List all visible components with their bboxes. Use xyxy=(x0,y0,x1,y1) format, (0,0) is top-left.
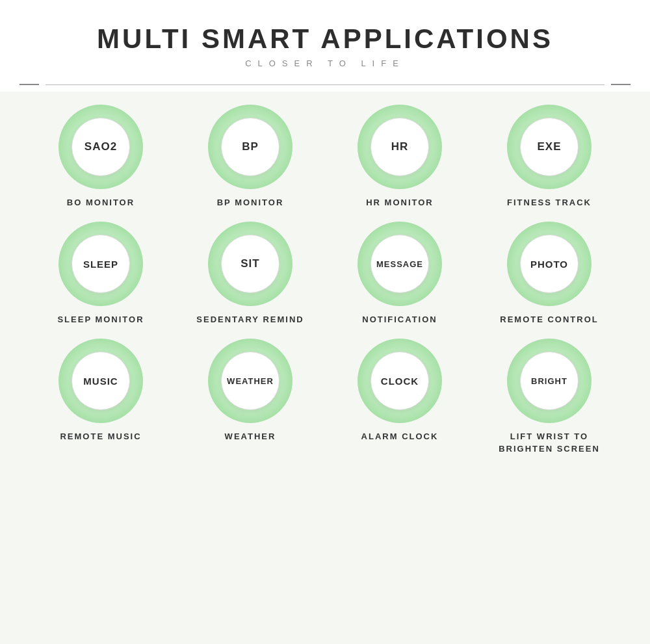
circle-label-weather: WEATHER xyxy=(227,376,274,386)
grid-area: SAO2BO MONITORBPBP MONITORHRHR MONITOREX… xyxy=(0,92,650,644)
circle-wrap-bp: BP xyxy=(208,105,292,189)
circle-wrap-sit: SIT xyxy=(208,222,292,306)
circle-wrap-sleep: SLEEP xyxy=(58,222,143,306)
circle-label-music: MUSIC xyxy=(83,376,118,387)
app-label-message: NOTIFICATION xyxy=(362,314,437,326)
app-item-bright: BRIGHTLIFT WRIST TO BRIGHTEN SCREEN xyxy=(474,339,624,454)
app-item-sao2: SAO2BO MONITOR xyxy=(26,105,176,209)
circle-inner-sit: SIT xyxy=(221,235,280,293)
circle-wrap-weather: WEATHER xyxy=(208,339,292,423)
app-item-photo: PHOTOREMOTE CONTROL xyxy=(474,222,624,326)
app-item-bp: BPBP MONITOR xyxy=(176,105,325,209)
circle-label-exe: EXE xyxy=(537,140,561,153)
divider-line xyxy=(46,84,604,85)
circle-wrap-message: MESSAGE xyxy=(358,222,442,306)
circle-wrap-hr: HR xyxy=(358,105,442,189)
circle-label-sao2: SAO2 xyxy=(84,140,117,153)
circle-wrap-exe: EXE xyxy=(507,105,592,189)
circle-inner-clock: CLOCK xyxy=(370,352,429,410)
divider-right xyxy=(611,84,630,85)
app-label-music: REMOTE MUSIC xyxy=(60,431,141,443)
circle-inner-sleep: SLEEP xyxy=(72,235,130,293)
grid-row-1: SLEEPSLEEP MONITORSITSEDENTARY REMINDMES… xyxy=(0,222,650,326)
app-label-weather: WEATHER xyxy=(225,431,276,443)
app-item-message: MESSAGENOTIFICATION xyxy=(325,222,474,326)
app-item-music: MUSICREMOTE MUSIC xyxy=(26,339,176,443)
circle-wrap-clock: CLOCK xyxy=(358,339,442,423)
app-item-sit: SITSEDENTARY REMIND xyxy=(176,222,325,326)
circle-inner-bp: BP xyxy=(221,118,280,176)
app-label-sao2: BO MONITOR xyxy=(67,197,135,209)
circle-wrap-music: MUSIC xyxy=(58,339,143,423)
circle-label-message: MESSAGE xyxy=(376,259,423,269)
app-label-exe: FITNESS TRACK xyxy=(507,197,592,209)
circle-inner-hr: HR xyxy=(370,118,429,176)
circle-inner-bright: BRIGHT xyxy=(520,352,578,410)
app-label-clock: ALARM CLOCK xyxy=(361,431,439,443)
app-label-sit: SEDENTARY REMIND xyxy=(196,314,304,326)
app-item-hr: HRHR MONITOR xyxy=(325,105,474,209)
app-item-clock: CLOCKALARM CLOCK xyxy=(325,339,474,443)
circle-inner-weather: WEATHER xyxy=(221,352,280,410)
circle-label-clock: CLOCK xyxy=(381,376,419,387)
app-label-bp: BP MONITOR xyxy=(217,197,284,209)
header: MULTI SMART APPLICATIONS CLOSER TO LIFE xyxy=(0,0,650,84)
circle-inner-message: MESSAGE xyxy=(370,235,429,293)
page: MULTI SMART APPLICATIONS CLOSER TO LIFE … xyxy=(0,0,650,644)
circle-wrap-photo: PHOTO xyxy=(507,222,592,306)
app-label-hr: HR MONITOR xyxy=(366,197,434,209)
circle-label-sleep: SLEEP xyxy=(83,259,118,270)
circle-inner-exe: EXE xyxy=(520,118,578,176)
circle-inner-photo: PHOTO xyxy=(520,235,578,293)
app-label-photo: REMOTE CONTROL xyxy=(500,314,599,326)
circle-label-photo: PHOTO xyxy=(530,259,568,270)
app-item-sleep: SLEEPSLEEP MONITOR xyxy=(26,222,176,326)
circle-label-sit: SIT xyxy=(240,257,259,270)
circle-label-hr: HR xyxy=(391,140,409,153)
divider xyxy=(0,84,650,92)
app-label-sleep: SLEEP MONITOR xyxy=(57,314,144,326)
app-label-bright: LIFT WRIST TO BRIGHTEN SCREEN xyxy=(499,431,600,454)
app-item-exe: EXEFITNESS TRACK xyxy=(474,105,624,209)
divider-left xyxy=(20,84,39,85)
page-subtitle: CLOSER TO LIFE xyxy=(0,58,650,68)
circle-wrap-bright: BRIGHT xyxy=(507,339,592,423)
circle-inner-music: MUSIC xyxy=(72,352,130,410)
page-title: MULTI SMART APPLICATIONS xyxy=(0,23,650,55)
circle-wrap-sao2: SAO2 xyxy=(58,105,143,189)
circle-inner-sao2: SAO2 xyxy=(72,118,130,176)
app-item-weather: WEATHERWEATHER xyxy=(176,339,325,443)
circle-label-bright: BRIGHT xyxy=(531,376,567,386)
circle-label-bp: BP xyxy=(242,140,259,153)
grid-row-0: SAO2BO MONITORBPBP MONITORHRHR MONITOREX… xyxy=(0,105,650,209)
grid-row-2: MUSICREMOTE MUSICWEATHERWEATHERCLOCKALAR… xyxy=(0,339,650,454)
